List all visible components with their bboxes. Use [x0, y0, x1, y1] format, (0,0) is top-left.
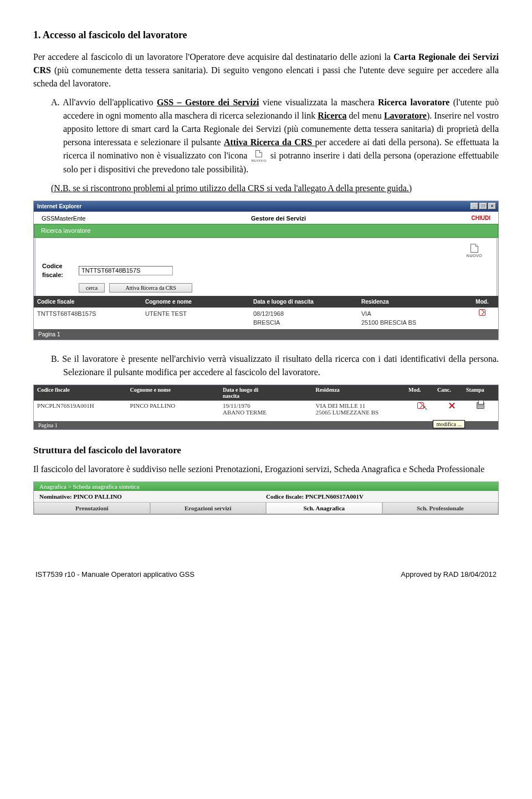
ana-nom: Nominativo: PINCO PALLINO: [39, 493, 266, 500]
footer-center: Pagina 3 di 42: [33, 588, 499, 590]
A-mid1: viene visualizzata la maschera: [259, 98, 378, 107]
c2-mod[interactable]: ↖: [408, 402, 437, 416]
brand-label: GSSMasterEnte: [42, 214, 85, 223]
c2-cf: PNCPLN76S19A001H: [37, 402, 130, 416]
ana-info-row: Nominativo: PINCO PALLINO Codice fiscale…: [34, 491, 498, 502]
h2-nascita: Data e luogo di nascita: [223, 387, 316, 399]
A-b1: Ricerca lavoratore: [378, 98, 449, 107]
hdr-cf: Codice fiscale: [37, 298, 145, 306]
h2-cf: Codice fiscale: [37, 387, 130, 399]
results-header: Codice fiscale Cognome e nome Data e luo…: [34, 296, 498, 308]
c2-res: VIA DEI MILLE 11 25065 LUMEZZANE BS: [316, 402, 409, 416]
c2-nome: PINCO PALLINO: [130, 402, 223, 416]
h2-mod: Mod.: [408, 387, 437, 399]
A-pre: A. All'avvio dell'applicativo: [51, 98, 157, 107]
pagination2: Pagina 1: [34, 421, 498, 429]
ana-breadcrumb: Anagrafica > Scheda anagrafica sintetica: [34, 482, 498, 491]
page-footer: IST7539 r10 - Manuale Operatori applicat…: [33, 570, 499, 578]
hdr-nascita: Data e luogo di nascita: [253, 298, 361, 306]
window-controls: _ □ ×: [470, 203, 496, 209]
print-icon[interactable]: [477, 402, 484, 409]
cursor-icon: ↖: [423, 404, 428, 412]
cell-nascita: 08/12/1968 BRESCIA: [253, 309, 361, 327]
tab-professionale[interactable]: Sch. Professionale: [382, 502, 499, 514]
nuovo-inline-icon: NUOVO: [251, 150, 267, 163]
ana-cf: Codice fiscale: PNCPLN60S17A001V: [266, 493, 493, 500]
cf-input[interactable]: [79, 266, 173, 275]
app-title: Gestore dei Servizi: [251, 214, 306, 223]
cell-cf: TNTTST68T48B157S: [37, 309, 145, 327]
results2-header: Codice fiscale Cognome e nome Data e luo…: [34, 385, 498, 401]
attiva-crs-button[interactable]: Attiva Ricerca da CRS: [109, 283, 192, 293]
edit-icon[interactable]: [479, 309, 485, 316]
h2-canc: Canc.: [437, 387, 466, 399]
cerca-button[interactable]: cerca: [79, 283, 105, 293]
results-row: TNTTST68T48B157S UTENTE TEST 08/12/1968 …: [34, 308, 498, 329]
hdr-res: Residenza: [361, 298, 469, 306]
A-u3: Lavoratore: [384, 111, 427, 120]
search-panel: NUOVO Codice fiscale: cerca Attiva Ricer…: [35, 238, 497, 296]
maximize-button[interactable]: □: [479, 203, 487, 209]
pagination: Pagina 1: [34, 329, 498, 340]
struttura-paragraph: Il fascicolo del lavoratore è suddiviso …: [33, 463, 499, 476]
screenshot-result-table: Codice fiscale Cognome e nome Data e luo…: [33, 385, 499, 430]
screenshot-gss-ricerca: Internet Explorer _ □ × GSSMasterEnte Ge…: [33, 201, 499, 340]
cf-label: Codice fiscale:: [42, 262, 74, 280]
h2-stampa: Stampa: [466, 387, 495, 399]
tab-prenotazioni[interactable]: Prenotazioni: [34, 502, 150, 514]
A-u4: Attiva Ricerca da CRS: [224, 137, 315, 147]
h2-nome: Cognome e nome: [130, 387, 223, 399]
h2-res: Residenza: [316, 387, 409, 399]
cell-mod[interactable]: [469, 309, 495, 327]
tab-anagrafica[interactable]: Sch. Anagrafica: [266, 502, 382, 514]
hdr-mod: Mod.: [469, 298, 495, 306]
ie-titlebar: Internet Explorer _ □ ×: [34, 201, 498, 212]
intro-paragraph: Per accedere al fascicolo di un lavorato…: [33, 50, 499, 90]
item-B: B. Se il lavoratore è presente nell'arch…: [33, 352, 499, 379]
nuovo-icon[interactable]: NUOVO: [467, 244, 482, 258]
c2-stampa[interactable]: [466, 402, 495, 416]
section-title: 1. Accesso al fascicolo del lavoratore: [33, 28, 499, 43]
cell-nome: UTENTE TEST: [145, 309, 253, 327]
B-pre: B.: [51, 354, 62, 363]
item-A: A. All'avvio dell'applicativo GSS – Gest…: [33, 96, 499, 176]
A-u2: Ricerca: [318, 111, 346, 120]
hdr-nome: Cognome e nome: [145, 298, 253, 306]
results2-row: PNCPLN76S19A001H PINCO PALLINO 19/11/197…: [34, 401, 498, 421]
delete-icon[interactable]: [448, 402, 456, 409]
tab-erogazioni[interactable]: Erogazioni servizi: [150, 502, 267, 514]
ie-title: Internet Explorer: [37, 202, 81, 211]
A-nb: (N.B. se si riscontrono problemi al prim…: [33, 182, 499, 195]
B-text: Se il lavoratore è presente nell'archivi…: [62, 354, 499, 377]
close-window-button[interactable]: ×: [488, 203, 496, 209]
cell-res: VIA 25100 BRESCIA BS: [361, 309, 469, 327]
struttura-heading: Struttura del fascicolo del lavoratore: [33, 443, 499, 458]
app-header: GSSMasterEnte Gestore dei Servizi CHIUDI…: [34, 212, 498, 238]
A-u1: GSS – Gestore dei Servizi: [157, 98, 259, 107]
close-link[interactable]: CHIUDI: [472, 214, 490, 223]
c2-canc[interactable]: [437, 402, 466, 416]
footer-right: Approved by RAD 18/04/2012: [401, 570, 497, 578]
breadcrumb-bar: Ricerca lavoratore: [34, 224, 498, 238]
minimize-button[interactable]: _: [470, 203, 478, 209]
footer-left: IST7539 r10 - Manuale Operatori applicat…: [35, 570, 195, 578]
tooltip-modifica: modifica ...: [433, 420, 465, 428]
c2-nascita: 19/11/1976 ABANO TERME: [223, 402, 316, 416]
tabs-row: Prenotazioni Erogazioni servizi Sch. Ana…: [34, 502, 498, 514]
intro-c: (più comunemente detta tessera sanitaria…: [33, 65, 499, 88]
A-mid3: del menu: [346, 111, 383, 120]
screenshot-anagrafica-tabs: Anagrafica > Scheda anagrafica sintetica…: [33, 482, 499, 515]
intro-a: Per accedere al fascicolo di un lavorato…: [33, 52, 393, 62]
